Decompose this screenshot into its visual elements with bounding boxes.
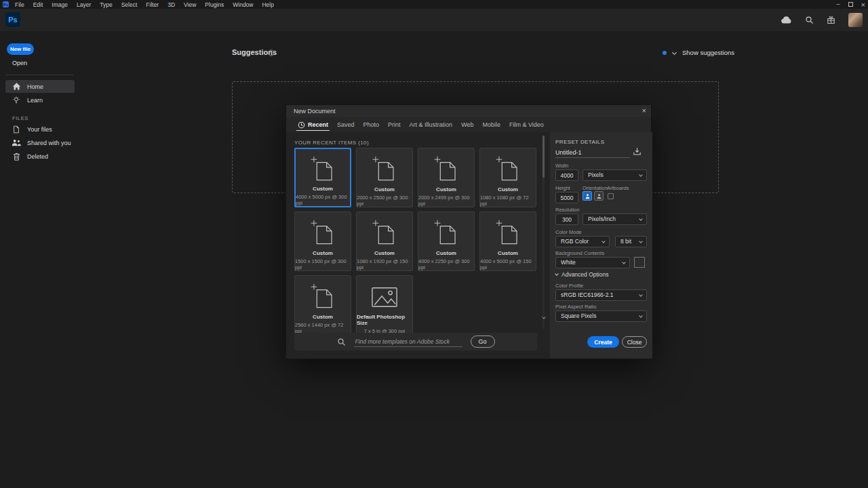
sidebar-nav: HomeLearn <box>5 80 75 107</box>
chevron-down-icon <box>639 217 643 221</box>
color-profile-select[interactable]: sRGB IEC61966-2.1 <box>555 289 647 301</box>
tab-label: Photo <box>363 121 380 128</box>
info-icon[interactable] <box>268 49 275 56</box>
portrait-icon <box>585 190 591 202</box>
width-unit-select[interactable]: Pixels <box>583 169 647 181</box>
chevron-down-icon[interactable] <box>672 50 677 55</box>
bit-depth-select[interactable]: 8 bit <box>615 236 647 247</box>
stock-search-input[interactable] <box>354 337 462 347</box>
go-button[interactable]: Go <box>471 336 495 348</box>
menu-type[interactable]: Type <box>100 1 112 8</box>
resolution-unit-value: Pixels/Inch <box>588 216 616 222</box>
menu-file[interactable]: File <box>15 1 24 8</box>
tab-film-video[interactable]: Film & Video <box>509 117 544 132</box>
color-mode-select[interactable]: RGB Color <box>555 236 610 247</box>
tab-web[interactable]: Web <box>461 117 473 132</box>
tab-label: Art & Illustration <box>410 121 453 128</box>
search-icon[interactable] <box>805 16 814 24</box>
tab-label: Saved <box>337 121 355 128</box>
landscape-icon <box>596 190 602 202</box>
menu-image[interactable]: Image <box>52 1 68 8</box>
sidebar-item-home[interactable]: Home <box>5 80 75 93</box>
preset-spec: 4000 x 5000 px @ 300 ppi <box>296 194 350 206</box>
chevron-down-icon <box>622 260 626 264</box>
create-button[interactable]: Create <box>587 336 619 348</box>
sidebar-item-label: Learn <box>27 97 43 104</box>
dialog-title: New Document <box>294 108 336 115</box>
height-input[interactable] <box>555 192 578 203</box>
menu-view[interactable]: View <box>184 1 196 8</box>
show-suggestions-label: Show suggestions <box>682 49 734 56</box>
whats-new-icon[interactable] <box>827 16 835 24</box>
background-contents-label: Background Contents <box>555 250 604 256</box>
preset-card[interactable]: Custom2560 x 1440 px @ 72 ppi <box>294 275 351 335</box>
menu-plugins[interactable]: Plugins <box>205 1 224 8</box>
stock-search-bar: Go <box>294 333 537 350</box>
blank-document-icon <box>494 217 521 249</box>
preset-card[interactable]: Custom1080 x 1920 px @ 150 ppi <box>356 211 413 271</box>
menu-select[interactable]: Select <box>121 1 138 8</box>
preset-name: Custom <box>436 186 456 192</box>
close-window-button[interactable]: × <box>861 1 865 8</box>
background-color-swatch[interactable] <box>634 257 645 268</box>
home-icon <box>12 82 21 91</box>
tab-print[interactable]: Print <box>388 117 401 132</box>
preset-card[interactable]: Custom1080 x 1080 px @ 72 ppi <box>479 148 536 207</box>
sidebar-item-shared-with-you[interactable]: Shared with you <box>5 136 75 149</box>
orientation-portrait-button[interactable] <box>583 191 592 201</box>
preset-spec: 2000 x 2499 px @ 300 ppi <box>418 195 474 207</box>
advanced-options-toggle[interactable]: Advanced Options <box>555 271 608 278</box>
restore-button[interactable] <box>848 2 853 7</box>
tab-recent[interactable]: Recent <box>298 117 328 132</box>
sidebar-item-your-files[interactable]: Your files <box>5 123 75 136</box>
open-button[interactable]: Open <box>12 60 27 66</box>
save-preset-icon[interactable] <box>633 147 642 156</box>
preset-card[interactable]: Default Photoshop Size7 x 5 in @ 300 ppi <box>356 275 413 335</box>
background-contents-select[interactable]: White <box>555 257 630 268</box>
preset-card[interactable]: Custom2000 x 2499 px @ 300 ppi <box>418 148 475 207</box>
preset-card[interactable]: Custom4000 x 5000 px @ 300 ppi <box>294 148 351 207</box>
preset-card[interactable]: Custom1500 x 1500 px @ 300 ppi <box>294 211 351 271</box>
preset-card[interactable]: Custom4000 x 2250 px @ 300 ppi <box>418 211 475 271</box>
menu-help[interactable]: Help <box>262 1 273 8</box>
users-icon <box>12 139 21 146</box>
tab-art-illustration[interactable]: Art & Illustration <box>410 117 453 132</box>
tab-mobile[interactable]: Mobile <box>482 117 500 132</box>
preset-card[interactable]: Custom2000 x 2500 px @ 300 ppi <box>356 148 413 207</box>
sidebar-item-label: Deleted <box>27 153 48 160</box>
menu-edit[interactable]: Edit <box>33 1 43 8</box>
show-suggestions-control[interactable]: Show suggestions <box>663 49 734 56</box>
blank-document-icon <box>371 217 398 249</box>
user-avatar[interactable] <box>848 13 863 27</box>
orientation-landscape-button[interactable] <box>594 191 604 201</box>
pixel-aspect-ratio-value: Square Pixels <box>561 312 596 319</box>
cloud-sync-icon[interactable] <box>781 16 792 24</box>
tab-label: Web <box>461 121 473 128</box>
preset-card[interactable]: Custom4000 x 5000 px @ 150 ppi <box>479 211 536 271</box>
pixel-aspect-ratio-select[interactable]: Square Pixels <box>555 310 647 322</box>
scroll-down-icon[interactable] <box>542 309 545 321</box>
menu-window[interactable]: Window <box>233 1 253 8</box>
menu-layer[interactable]: Layer <box>77 1 91 8</box>
tab-saved[interactable]: Saved <box>337 117 355 132</box>
menu-filter[interactable]: Filter <box>146 1 159 8</box>
new-file-button[interactable]: New file <box>7 43 34 55</box>
scrollbar-thumb[interactable] <box>542 136 545 178</box>
header-actions <box>781 9 863 31</box>
minimize-button[interactable]: – <box>837 1 840 7</box>
width-input[interactable] <box>555 169 578 181</box>
close-button[interactable]: Close <box>622 336 647 348</box>
sidebar-item-deleted[interactable]: Deleted <box>5 150 75 163</box>
sidebar-item-label: Home <box>27 83 43 90</box>
scrollbar[interactable] <box>542 136 545 329</box>
sidebar-item-learn[interactable]: Learn <box>5 94 75 106</box>
preset-name: Custom <box>498 186 518 192</box>
document-name-input[interactable] <box>555 147 630 158</box>
artboards-checkbox[interactable] <box>608 193 614 199</box>
resolution-unit-select[interactable]: Pixels/Inch <box>583 214 647 225</box>
chevron-down-icon <box>639 293 643 297</box>
tab-photo[interactable]: Photo <box>363 117 380 132</box>
menu-3d[interactable]: 3D <box>167 1 175 8</box>
dialog-close-icon[interactable]: × <box>642 106 646 115</box>
resolution-input[interactable] <box>555 214 578 225</box>
